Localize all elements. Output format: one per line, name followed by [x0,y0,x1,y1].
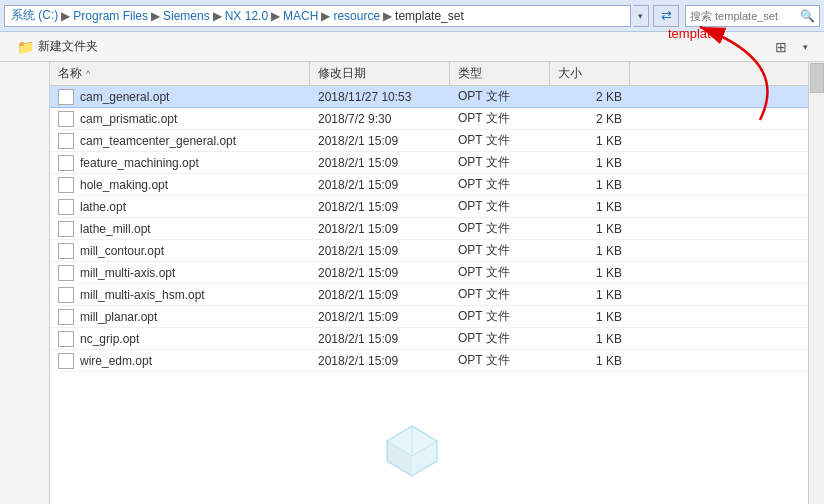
table-row[interactable]: mill_contour.opt2018/2/1 15:09OPT 文件1 KB [50,240,808,262]
table-row[interactable]: hole_making.opt2018/2/1 15:09OPT 文件1 KB [50,174,808,196]
file-name-cell: wire_edm.opt [50,350,310,371]
file-name: lathe.opt [80,200,126,214]
file-name-cell: lathe_mill.opt [50,218,310,239]
table-row[interactable]: nc_grip.opt2018/2/1 15:09OPT 文件1 KB [50,328,808,350]
file-icon [58,89,74,105]
file-type-cell: OPT 文件 [450,108,550,129]
file-name: wire_edm.opt [80,354,152,368]
file-size-cell: 1 KB [550,218,630,239]
file-name: cam_general.opt [80,90,169,104]
col-header-size[interactable]: 大小 [550,62,630,85]
file-name-cell: mill_contour.opt [50,240,310,261]
table-row[interactable]: lathe_mill.opt2018/2/1 15:09OPT 文件1 KB [50,218,808,240]
breadcrumb-separator: ▶ [213,9,222,23]
file-icon [58,177,74,193]
col-header-type[interactable]: 类型 [450,62,550,85]
nx-logo [382,421,442,484]
file-name: mill_multi-axis_hsm.opt [80,288,205,302]
file-type-cell: OPT 文件 [450,152,550,173]
file-size-cell: 1 KB [550,240,630,261]
table-row[interactable]: cam_general.opt2018/11/27 10:53OPT 文件2 K… [50,86,808,108]
scrollbar[interactable] [808,62,824,504]
file-icon [58,331,74,347]
file-date-cell: 2018/2/1 15:09 [310,174,450,195]
sort-arrow-name: ^ [86,69,90,79]
file-date-cell: 2018/2/1 15:09 [310,196,450,217]
file-name-cell: lathe.opt [50,196,310,217]
file-type-cell: OPT 文件 [450,328,550,349]
file-type-cell: OPT 文件 [450,240,550,261]
file-date-cell: 2018/2/1 15:09 [310,328,450,349]
file-name: lathe_mill.opt [80,222,151,236]
file-size-cell: 1 KB [550,284,630,305]
file-name: mill_multi-axis.opt [80,266,175,280]
file-size-cell: 1 KB [550,130,630,151]
file-size-cell: 1 KB [550,152,630,173]
file-name: nc_grip.opt [80,332,139,346]
file-name: feature_machining.opt [80,156,199,170]
file-type-cell: OPT 文件 [450,284,550,305]
file-name-cell: cam_teamcenter_general.opt [50,130,310,151]
address-bar: 系统 (C:)▶Program Files▶Siemens▶NX 12.0▶MA… [0,0,824,32]
left-panel [0,62,50,504]
view-toggle-button[interactable]: ⊞ [770,36,792,58]
new-folder-label: 新建文件夹 [38,38,98,55]
file-name: cam_teamcenter_general.opt [80,134,236,148]
file-icon [58,309,74,325]
file-type-cell: OPT 文件 [450,174,550,195]
bc-nx[interactable]: NX 12.0 [225,9,268,23]
table-row[interactable]: wire_edm.opt2018/2/1 15:09OPT 文件1 KB [50,350,808,372]
file-date-cell: 2018/2/1 15:09 [310,284,450,305]
new-folder-button[interactable]: 📁 新建文件夹 [8,34,107,59]
file-type-cell: OPT 文件 [450,218,550,239]
search-input[interactable] [690,10,800,22]
col-header-name[interactable]: 名称 ^ [50,62,310,85]
file-icon [58,199,74,215]
breadcrumb-separator: ▶ [383,9,392,23]
scrollbar-thumb[interactable] [810,63,824,93]
file-name-cell: hole_making.opt [50,174,310,195]
breadcrumb-dropdown[interactable]: ▾ [633,5,649,27]
table-row[interactable]: feature_machining.opt2018/2/1 15:09OPT 文… [50,152,808,174]
file-icon [58,133,74,149]
file-icon [58,221,74,237]
breadcrumb-separator: ▶ [321,9,330,23]
search-box: 🔍 [685,5,820,27]
file-size-cell: 1 KB [550,174,630,195]
file-type-cell: OPT 文件 [450,262,550,283]
bc-system[interactable]: 系统 (C:) [11,7,58,24]
file-name-cell: mill_multi-axis.opt [50,262,310,283]
table-row[interactable]: cam_prismatic.opt2018/7/2 9:30OPT 文件2 KB [50,108,808,130]
file-size-cell: 2 KB [550,86,630,107]
view-dropdown-button[interactable]: ▾ [794,36,816,58]
file-size-cell: 1 KB [550,262,630,283]
file-date-cell: 2018/2/1 15:09 [310,130,450,151]
file-size-cell: 1 KB [550,306,630,327]
refresh-button[interactable]: ⇄ [653,5,679,27]
file-type-cell: OPT 文件 [450,130,550,151]
file-name-cell: feature_machining.opt [50,152,310,173]
breadcrumb-separator: ▶ [271,9,280,23]
breadcrumb[interactable]: 系统 (C:)▶Program Files▶Siemens▶NX 12.0▶MA… [4,5,631,27]
file-icon [58,353,74,369]
file-icon [58,265,74,281]
file-size-cell: 1 KB [550,328,630,349]
toolbar-right: ⊞ ▾ [770,36,816,58]
breadcrumb-separator: ▶ [61,9,70,23]
table-row[interactable]: lathe.opt2018/2/1 15:09OPT 文件1 KB [50,196,808,218]
file-name: cam_prismatic.opt [80,112,177,126]
table-row[interactable]: cam_teamcenter_general.opt2018/2/1 15:09… [50,130,808,152]
search-icon: 🔍 [800,9,815,23]
file-type-cell: OPT 文件 [450,86,550,107]
bc-mach[interactable]: MACH [283,9,318,23]
col-header-date[interactable]: 修改日期 [310,62,450,85]
table-row[interactable]: mill_planar.opt2018/2/1 15:09OPT 文件1 KB [50,306,808,328]
bc-templateset[interactable]: template_set [395,9,464,23]
bc-siemens[interactable]: Siemens [163,9,210,23]
bc-programfiles[interactable]: Program Files [73,9,148,23]
table-row[interactable]: mill_multi-axis_hsm.opt2018/2/1 15:09OPT… [50,284,808,306]
table-row[interactable]: mill_multi-axis.opt2018/2/1 15:09OPT 文件1… [50,262,808,284]
file-name-cell: cam_general.opt [50,86,310,107]
bc-resource[interactable]: resource [333,9,380,23]
file-date-cell: 2018/7/2 9:30 [310,108,450,129]
